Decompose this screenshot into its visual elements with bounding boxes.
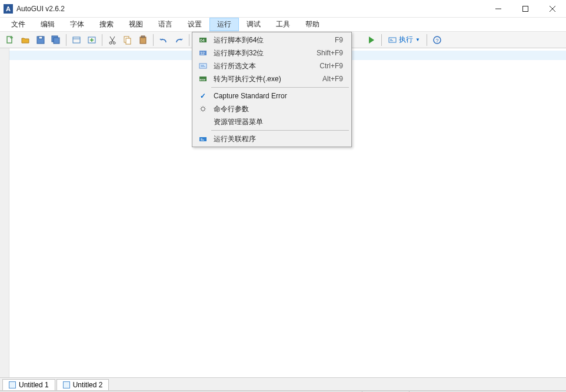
menu-item-label: 命令行参数 bbox=[210, 104, 348, 114]
svg-rect-15 bbox=[126, 38, 131, 44]
document-tab[interactable]: Untitled 2 bbox=[56, 379, 109, 390]
menu-edit[interactable]: 编辑 bbox=[33, 18, 62, 31]
menu-item-shortcut: F9 bbox=[335, 36, 348, 44]
svg-rect-30 bbox=[199, 137, 207, 141]
redo-icon bbox=[174, 35, 184, 45]
menu-run-64bit[interactable]: 64 运行脚本到64位 F9 bbox=[194, 34, 350, 46]
menu-run-selection[interactable]: 运行所选文本 Ctrl+F9 bbox=[194, 59, 350, 72]
menu-language[interactable]: 语言 bbox=[151, 18, 180, 31]
tab-label: Untitled 2 bbox=[73, 381, 103, 389]
cut-button[interactable] bbox=[105, 33, 119, 47]
undo-button[interactable] bbox=[157, 33, 171, 47]
menu-file[interactable]: 文件 bbox=[4, 18, 33, 31]
svg-rect-16 bbox=[140, 37, 146, 44]
svg-rect-9 bbox=[73, 37, 80, 43]
minimize-button[interactable] bbox=[485, 0, 512, 17]
document-tab[interactable]: Untitled 1 bbox=[2, 379, 55, 390]
menu-cmdline-args[interactable]: 命令行参数 bbox=[194, 102, 350, 115]
titlebar: A AutoGUI v2.6.2 bbox=[0, 0, 566, 18]
copy-button[interactable] bbox=[121, 33, 135, 47]
menu-tools[interactable]: 工具 bbox=[268, 18, 298, 31]
window-title: AutoGUI v2.6.2 bbox=[16, 5, 485, 13]
help-button[interactable]: ? bbox=[430, 33, 444, 47]
save-button[interactable] bbox=[34, 33, 48, 47]
menu-run-associated[interactable]: 运行关联程序 bbox=[194, 132, 350, 145]
menu-item-label: 运行所选文本 bbox=[210, 61, 319, 71]
run-dropdown-menu: 64 运行脚本到64位 F9 32 运行脚本到32位 Shift+F9 运行所选… bbox=[192, 32, 352, 147]
menu-explorer-menu[interactable]: 资源管理器菜单 bbox=[194, 115, 350, 128]
play-icon bbox=[367, 35, 376, 45]
64bit-icon: 64 bbox=[199, 36, 207, 44]
copy-icon bbox=[123, 35, 132, 45]
menu-item-shortcut: Shift+F9 bbox=[317, 49, 348, 57]
menubar: 文件 编辑 字体 搜索 视图 语言 设置 运行 调试 工具 帮助 bbox=[0, 18, 566, 32]
svg-text:64: 64 bbox=[200, 38, 205, 42]
folder-open-icon bbox=[21, 35, 30, 45]
svg-text:32: 32 bbox=[200, 51, 205, 55]
gear-icon bbox=[199, 105, 207, 113]
svg-point-13 bbox=[113, 42, 115, 44]
new-file-icon bbox=[5, 35, 15, 45]
svg-text:exe: exe bbox=[200, 78, 206, 81]
svg-rect-1 bbox=[523, 6, 528, 11]
cut-icon bbox=[108, 35, 117, 45]
open-file-button[interactable] bbox=[18, 33, 32, 47]
document-tabbar: Untitled 1 Untitled 2 bbox=[0, 378, 566, 391]
checkmark-icon: ✓ bbox=[200, 92, 206, 100]
menu-item-label: 运行脚本到64位 bbox=[210, 35, 335, 45]
menu-item-shortcut: Ctrl+F9 bbox=[319, 62, 348, 70]
paste-icon bbox=[138, 35, 148, 45]
svg-point-12 bbox=[109, 42, 112, 44]
menu-help[interactable]: 帮助 bbox=[298, 18, 327, 31]
link-icon bbox=[199, 135, 207, 143]
execute-label: 执行 bbox=[399, 35, 413, 45]
menu-view[interactable]: 视图 bbox=[121, 18, 151, 31]
menu-run[interactable]: 运行 bbox=[209, 18, 239, 31]
execute-dropdown[interactable]: 执行 ▼ bbox=[384, 33, 424, 47]
redo-button[interactable] bbox=[172, 33, 186, 47]
window-button[interactable] bbox=[69, 33, 84, 47]
add-icon bbox=[87, 35, 96, 45]
menu-capture-stderr[interactable]: ✓ Capture Standard Error bbox=[194, 89, 350, 102]
window-icon bbox=[72, 35, 81, 45]
undo-icon bbox=[159, 35, 168, 45]
execute-icon bbox=[388, 36, 397, 44]
help-icon: ? bbox=[432, 35, 442, 45]
toolbar-separator bbox=[153, 34, 154, 46]
editor-gutter bbox=[0, 48, 9, 377]
menu-run-32bit[interactable]: 32 运行脚本到32位 Shift+F9 bbox=[194, 46, 350, 59]
menu-item-label: 转为可执行文件(.exe) bbox=[210, 74, 322, 84]
svg-rect-6 bbox=[39, 36, 42, 39]
menu-item-label: 运行脚本到32位 bbox=[210, 48, 317, 58]
new-file-button[interactable] bbox=[3, 33, 17, 47]
save-all-icon bbox=[51, 35, 61, 45]
document-icon bbox=[63, 381, 70, 388]
svg-text:?: ? bbox=[435, 38, 438, 44]
exe-icon: exe bbox=[199, 75, 207, 83]
maximize-button[interactable] bbox=[512, 0, 539, 17]
menu-to-exe[interactable]: exe 转为可执行文件(.exe) Alt+F9 bbox=[194, 72, 350, 85]
run-button[interactable] bbox=[364, 33, 378, 47]
toolbar-separator bbox=[189, 34, 189, 46]
close-button[interactable] bbox=[539, 0, 566, 17]
app-icon: A bbox=[4, 4, 13, 14]
32bit-icon: 32 bbox=[199, 49, 207, 57]
menu-separator bbox=[211, 87, 349, 88]
svg-rect-19 bbox=[389, 38, 396, 42]
menu-font[interactable]: 字体 bbox=[62, 18, 92, 31]
paste-button[interactable] bbox=[136, 33, 150, 47]
svg-rect-17 bbox=[141, 36, 145, 38]
save-all-button[interactable] bbox=[49, 33, 63, 47]
menu-settings[interactable]: 设置 bbox=[180, 18, 209, 31]
svg-rect-8 bbox=[54, 38, 59, 44]
tab-label: Untitled 1 bbox=[19, 381, 49, 389]
menu-item-label: 运行关联程序 bbox=[210, 134, 348, 144]
menu-item-label: 资源管理器菜单 bbox=[210, 117, 348, 127]
window-controls bbox=[485, 0, 566, 17]
menu-debug[interactable]: 调试 bbox=[239, 18, 268, 31]
svg-rect-26 bbox=[199, 64, 207, 68]
menu-separator bbox=[211, 130, 349, 131]
menu-search[interactable]: 搜索 bbox=[92, 18, 121, 31]
toolbar-separator bbox=[66, 34, 66, 46]
add-button[interactable] bbox=[85, 33, 99, 47]
